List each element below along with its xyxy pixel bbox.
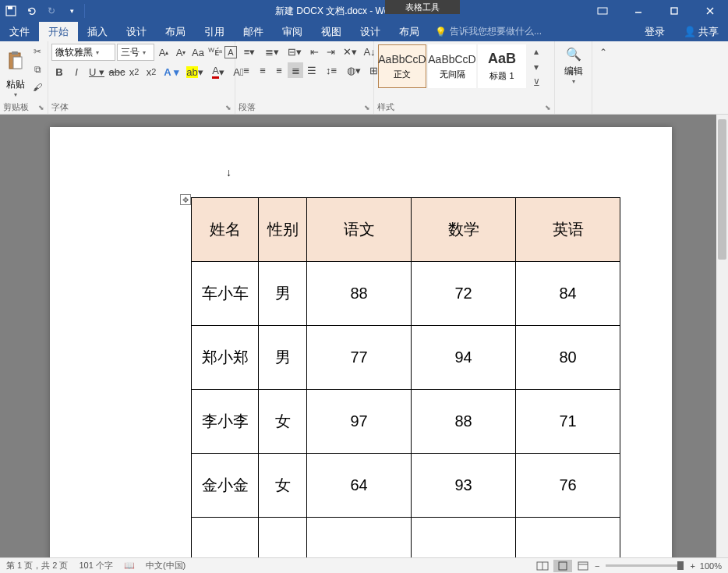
header-math[interactable]: 数学: [412, 198, 516, 262]
vertical-scrollbar[interactable]: [716, 115, 728, 557]
cell[interactable]: 76: [516, 454, 620, 518]
cell[interactable]: [259, 518, 307, 558]
header-name[interactable]: 姓名: [192, 198, 259, 262]
cell[interactable]: 女: [259, 454, 307, 518]
cell[interactable]: [412, 518, 516, 558]
header-gender[interactable]: 性别: [259, 198, 307, 262]
table-row[interactable]: [192, 518, 620, 558]
cell[interactable]: 80: [516, 326, 620, 390]
align-center-icon[interactable]: ≡: [255, 62, 270, 78]
share-button[interactable]: 👤共享: [674, 22, 728, 41]
tab-references[interactable]: 引用: [195, 22, 234, 41]
cell[interactable]: [307, 518, 412, 558]
ribbon-display-icon[interactable]: [585, 0, 620, 22]
undo-icon[interactable]: [22, 2, 41, 20]
table-move-handle-icon[interactable]: ✥: [180, 194, 191, 205]
font-size-combo[interactable]: 三号▾: [117, 44, 154, 61]
style-heading1[interactable]: AaB 标题 1: [478, 44, 526, 88]
tab-design[interactable]: 设计: [117, 22, 156, 41]
zoom-in-icon[interactable]: +: [690, 561, 694, 571]
paste-button[interactable]: [3, 44, 28, 78]
increase-indent-icon[interactable]: ⇥: [323, 44, 338, 59]
zoom-out-icon[interactable]: −: [595, 561, 599, 571]
styles-scroll-up-icon[interactable]: ▴: [528, 44, 544, 59]
cell[interactable]: 88: [412, 390, 516, 454]
redo-icon[interactable]: ↻: [42, 2, 61, 20]
strike-icon[interactable]: abc: [109, 64, 125, 80]
table-row[interactable]: 李小李 女 97 88 71: [192, 390, 620, 454]
align-right-icon[interactable]: ≡: [271, 62, 287, 78]
editing-dropdown-icon[interactable]: ▾: [572, 78, 575, 85]
table-row[interactable]: 郑小郑 男 77 94 80: [192, 326, 620, 390]
cell[interactable]: 88: [307, 262, 412, 326]
cell[interactable]: 车小车: [192, 262, 259, 326]
styles-dialog-launcher-icon[interactable]: ⬊: [545, 104, 551, 111]
cell[interactable]: [192, 518, 259, 558]
grow-font-icon[interactable]: A▴: [156, 44, 171, 60]
font-name-combo[interactable]: 微软雅黑▾: [51, 44, 115, 61]
print-layout-icon[interactable]: [553, 560, 572, 572]
cell[interactable]: 94: [412, 326, 516, 390]
tab-mailings[interactable]: 邮件: [234, 22, 273, 41]
cell[interactable]: 93: [412, 454, 516, 518]
bullets-icon[interactable]: ≡▾: [239, 44, 260, 59]
cell[interactable]: 郑小郑: [192, 326, 259, 390]
read-mode-icon[interactable]: [533, 560, 552, 572]
cut-icon[interactable]: ✂: [30, 44, 45, 59]
scrollbar-thumb[interactable]: [718, 119, 726, 260]
cell[interactable]: 李小李: [192, 390, 259, 454]
tab-view[interactable]: 视图: [312, 22, 351, 41]
cell[interactable]: 72: [412, 262, 516, 326]
paste-dropdown-icon[interactable]: ▾: [14, 91, 17, 98]
page[interactable]: ↓ ✥ 姓名 性别 语文 数学 英语 车小车 男 88 72 84 郑小郑 男 …: [50, 127, 672, 557]
copy-icon[interactable]: ⧉: [30, 62, 45, 77]
tab-home[interactable]: 开始: [39, 22, 78, 41]
cell[interactable]: [516, 518, 620, 558]
cell[interactable]: 男: [259, 262, 307, 326]
phonetic-guide-icon[interactable]: ᵂᴇ́ⁿ: [207, 44, 223, 60]
zoom-slider-thumb[interactable]: [677, 561, 684, 570]
cell[interactable]: 男: [259, 326, 307, 390]
page-number-status[interactable]: 第 1 页，共 2 页: [6, 560, 68, 571]
web-layout-icon[interactable]: [574, 560, 592, 572]
bold-icon[interactable]: B: [51, 64, 67, 80]
document-table[interactable]: 姓名 性别 语文 数学 英语 车小车 男 88 72 84 郑小郑 男 77 9…: [191, 197, 620, 557]
align-distributed-icon[interactable]: ☰: [304, 62, 320, 78]
header-chinese[interactable]: 语文: [307, 198, 412, 262]
line-spacing-icon[interactable]: ↕≡: [320, 62, 342, 78]
document-area[interactable]: ↓ ✥ 姓名 性别 语文 数学 英语 车小车 男 88 72 84 郑小郑 男 …: [0, 115, 716, 557]
multilevel-icon[interactable]: ⊟▾: [284, 44, 306, 59]
paragraph-dialog-launcher-icon[interactable]: ⬊: [364, 104, 370, 111]
style-normal[interactable]: AaBbCcD 正文: [378, 44, 426, 88]
find-icon[interactable]: 🔍: [566, 47, 581, 62]
align-left-icon[interactable]: ≡: [239, 62, 254, 78]
zoom-slider[interactable]: [606, 564, 684, 567]
spell-check-icon[interactable]: 📖: [124, 561, 135, 571]
subscript-icon[interactable]: x2: [126, 64, 142, 80]
header-english[interactable]: 英语: [516, 198, 620, 262]
cell[interactable]: 71: [516, 390, 620, 454]
text-effects-icon[interactable]: A ▾: [161, 64, 182, 80]
qat-customize-icon[interactable]: ▾: [62, 2, 81, 20]
change-case-icon[interactable]: Aa: [190, 44, 206, 60]
format-painter-icon[interactable]: 🖌: [30, 80, 45, 95]
tab-review[interactable]: 审阅: [273, 22, 312, 41]
numbering-icon[interactable]: ≣▾: [261, 44, 283, 59]
cell[interactable]: 64: [307, 454, 412, 518]
cell[interactable]: 77: [307, 326, 412, 390]
clipboard-dialog-launcher-icon[interactable]: ⬊: [38, 104, 44, 111]
cell[interactable]: 金小金: [192, 454, 259, 518]
superscript-icon[interactable]: x2: [143, 64, 159, 80]
decrease-indent-icon[interactable]: ⇤: [306, 44, 322, 59]
align-justify-icon[interactable]: ≣: [288, 62, 303, 78]
tab-insert[interactable]: 插入: [78, 22, 117, 41]
tab-table-layout[interactable]: 布局: [390, 22, 429, 41]
save-icon[interactable]: [2, 2, 20, 20]
styles-expand-icon[interactable]: ⊻: [528, 75, 544, 90]
language-status[interactable]: 中文(中国): [146, 560, 186, 571]
table-row[interactable]: 金小金 女 64 93 76: [192, 454, 620, 518]
cell[interactable]: 84: [516, 262, 620, 326]
table-header-row[interactable]: 姓名 性别 语文 数学 英语: [192, 198, 620, 262]
word-count-status[interactable]: 101 个字: [79, 560, 112, 571]
shrink-font-icon[interactable]: A▾: [173, 44, 189, 60]
